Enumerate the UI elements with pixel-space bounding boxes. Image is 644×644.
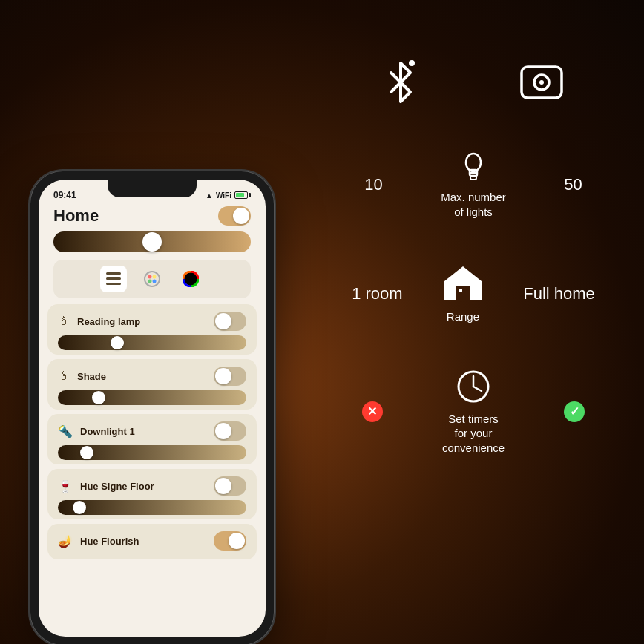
toggle-knob-5	[229, 533, 245, 549]
svg-point-7	[153, 280, 157, 283]
phone-frame: 09:41 ▲ WiFi Home	[30, 171, 275, 644]
toggle-knob-3	[215, 423, 231, 439]
light-toggle-3[interactable]	[214, 421, 246, 441]
svg-point-14	[466, 154, 481, 171]
max-lights-row: 10 Max. numberof lights 50	[332, 150, 614, 219]
no-timer-indicator: ✕	[362, 401, 383, 422]
light-item-3: 🔦 Downlight 1	[47, 414, 257, 464]
max-lights-value: 50	[559, 175, 588, 194]
svg-point-5	[153, 275, 157, 279]
light-name-2: Shade	[77, 371, 106, 382]
light-slider-3[interactable]	[58, 445, 246, 460]
svg-point-10	[409, 60, 415, 66]
tab-color[interactable]	[177, 266, 204, 292]
light-toggle-4[interactable]	[214, 476, 246, 496]
home-toggle[interactable]	[218, 206, 251, 226]
bulb-icon-1: 🕯	[58, 315, 70, 328]
light-name-4: Hue Signe Floor	[80, 481, 154, 492]
tab-list[interactable]	[100, 266, 127, 292]
slider-thumb-1	[111, 336, 124, 349]
range-label: Range	[447, 309, 479, 324]
svg-rect-2	[106, 283, 121, 285]
wifi-icon: WiFi	[216, 191, 231, 200]
max-lights-center: Max. numberof lights	[441, 150, 506, 219]
palette-icon	[144, 271, 160, 287]
bulb-feature-icon	[462, 150, 484, 183]
light-slider-1[interactable]	[58, 335, 246, 350]
svg-rect-1	[106, 277, 121, 280]
svg-line-23	[473, 387, 482, 391]
timers-center: Set timersfor yourconvenience	[442, 369, 505, 456]
svg-point-13	[539, 80, 544, 85]
home-title: Home	[53, 206, 99, 226]
slider-thumb-3	[80, 446, 93, 459]
bridge-feature	[519, 61, 565, 104]
light-list: 🕯 Reading lamp 🕯	[39, 298, 266, 565]
bluetooth-feature	[382, 59, 419, 105]
icon-row-bluetooth-bridge	[332, 59, 614, 105]
bridge-icon	[519, 61, 565, 104]
svg-rect-20	[459, 289, 462, 292]
toggle-knob-2	[215, 368, 231, 384]
max-lights-label: Max. numberof lights	[441, 190, 506, 219]
yes-timer-indicator: ✓	[564, 401, 585, 422]
light-name-1: Reading lamp	[77, 316, 140, 327]
brightness-slider[interactable]	[53, 231, 251, 252]
battery-icon	[234, 191, 251, 199]
slider-thumb-2	[92, 391, 105, 404]
range-center: Range	[441, 263, 484, 324]
range-max-label: Full home	[523, 284, 595, 303]
phone-notch	[108, 180, 197, 197]
svg-rect-19	[456, 286, 470, 300]
light-toggle-1[interactable]	[214, 312, 246, 331]
min-lights-value: 10	[358, 175, 388, 194]
light-toggle-5[interactable]	[214, 531, 246, 551]
slider-thumb-4	[73, 501, 86, 514]
light-name-5: Hue Flourish	[80, 536, 139, 547]
signal-icon: ▲	[206, 191, 213, 200]
light-slider-4[interactable]	[58, 500, 246, 515]
status-time: 09:41	[53, 190, 76, 200]
bulb-icon-2: 🕯	[58, 369, 70, 383]
light-item-2: 🕯 Shade	[47, 359, 257, 410]
svg-point-4	[148, 275, 152, 279]
color-wheel-icon	[183, 271, 199, 287]
light-slider-2[interactable]	[58, 390, 246, 405]
status-icons: ▲ WiFi	[206, 191, 251, 200]
bulb-icon-5: 🪔	[58, 534, 73, 548]
svg-rect-0	[106, 272, 121, 275]
light-item-4: 🍷 Hue Signe Floor	[47, 469, 257, 519]
tab-palette[interactable]	[139, 266, 165, 292]
svg-rect-17	[470, 176, 476, 180]
range-row: 1 room Range Full home	[332, 263, 614, 324]
bulb-icon-3: 🔦	[58, 424, 73, 438]
clock-icon	[456, 369, 491, 404]
range-min-label: 1 room	[352, 284, 402, 303]
bulb-icon-4: 🍷	[58, 479, 73, 493]
house-icon	[441, 263, 484, 302]
svg-point-6	[148, 280, 152, 283]
timers-label: Set timersfor yourconvenience	[442, 412, 505, 456]
svg-point-3	[145, 272, 160, 286]
home-header: Home	[39, 203, 266, 231]
info-panel: 10 Max. numberof lights 50 1 room Range …	[332, 59, 614, 455]
light-name-3: Downlight 1	[80, 426, 135, 437]
toggle-knob	[233, 208, 249, 224]
light-toggle-2[interactable]	[214, 367, 246, 386]
brightness-thumb	[142, 232, 162, 252]
light-item-5: 🪔 Hue Flourish	[47, 524, 257, 559]
timers-row: ✕ Set timersfor yourconvenience ✓	[332, 369, 614, 456]
list-icon	[106, 272, 121, 286]
toggle-knob-4	[215, 478, 231, 494]
toggle-knob-1	[215, 313, 231, 329]
bluetooth-icon	[382, 59, 419, 105]
tab-bar	[53, 260, 251, 298]
phone-screen: 09:41 ▲ WiFi Home	[39, 180, 266, 637]
light-item: 🕯 Reading lamp	[47, 304, 257, 355]
phone-mockup: 09:41 ▲ WiFi Home	[30, 171, 275, 631]
